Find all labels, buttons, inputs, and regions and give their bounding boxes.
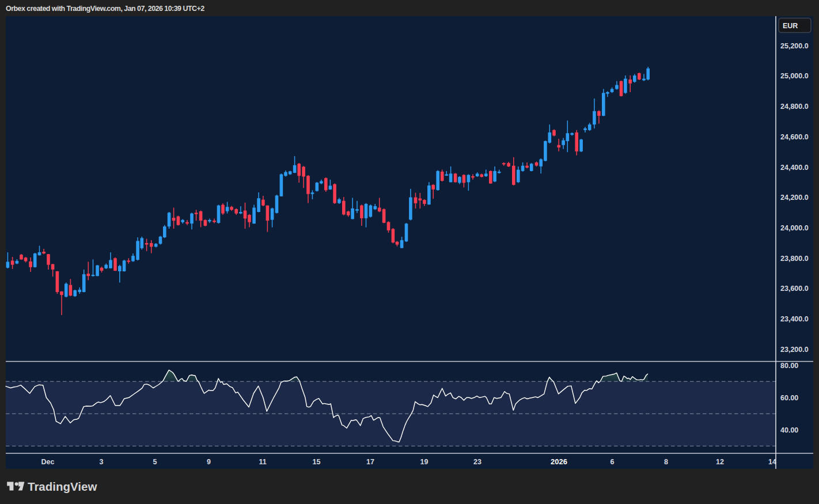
svg-text:25,000.0: 25,000.0 [780, 72, 809, 80]
svg-text:8: 8 [664, 458, 668, 466]
svg-text:23,800.0: 23,800.0 [780, 255, 809, 263]
svg-text:6: 6 [611, 458, 615, 466]
svg-text:EUR: EUR [783, 22, 798, 30]
svg-text:15: 15 [313, 458, 321, 466]
svg-text:12: 12 [716, 458, 724, 466]
svg-text:23,400.0: 23,400.0 [780, 315, 809, 323]
svg-text:24,200.0: 24,200.0 [780, 194, 809, 202]
svg-text:3: 3 [100, 458, 104, 466]
svg-text:5: 5 [153, 458, 157, 466]
svg-text:25,200.0: 25,200.0 [780, 42, 809, 50]
svg-text:40.00: 40.00 [780, 426, 798, 434]
svg-text:24,000.0: 24,000.0 [780, 224, 809, 232]
svg-text:24,400.0: 24,400.0 [780, 164, 809, 172]
svg-text:23: 23 [473, 458, 481, 466]
svg-text:60.00: 60.00 [780, 394, 798, 402]
svg-text:23,200.0: 23,200.0 [780, 346, 809, 354]
svg-text:9: 9 [207, 458, 211, 466]
svg-text:24,800.0: 24,800.0 [780, 103, 809, 111]
svg-text:2026: 2026 [551, 457, 567, 466]
svg-text:19: 19 [420, 458, 429, 466]
svg-text:11: 11 [259, 458, 266, 466]
svg-text:23,600.0: 23,600.0 [780, 285, 809, 293]
svg-text:80.00: 80.00 [780, 362, 798, 370]
svg-text:24,600.0: 24,600.0 [780, 133, 809, 141]
svg-text:TradingView: TradingView [28, 480, 97, 493]
svg-text:Orbex created with TradingView: Orbex created with TradingView.com, Jan … [6, 5, 204, 13]
svg-text:14: 14 [768, 458, 776, 466]
svg-text:Dec: Dec [41, 458, 55, 466]
svg-text:17: 17 [366, 458, 374, 466]
